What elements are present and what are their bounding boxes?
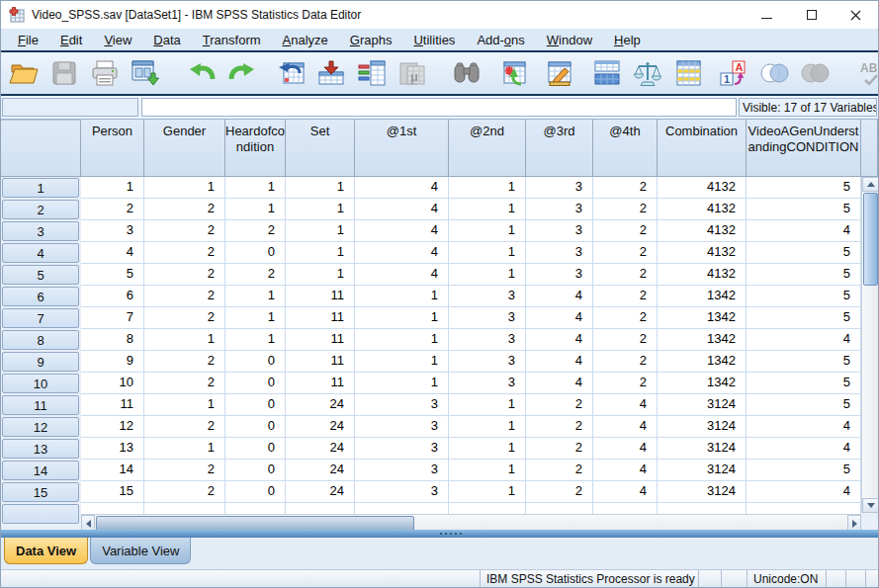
data-cell[interactable]: 2	[593, 242, 658, 264]
data-cell[interactable]: 1	[144, 329, 225, 351]
data-cell[interactable]: 1	[286, 264, 355, 286]
data-cell[interactable]: 2	[593, 177, 658, 199]
row-number[interactable]: 15	[1, 481, 81, 503]
data-cell[interactable]: 3	[526, 177, 593, 199]
data-cell[interactable]: 5	[747, 394, 861, 416]
data-cell[interactable]: 2	[144, 220, 225, 242]
data-cell[interactable]: 11	[81, 394, 144, 416]
data-cell[interactable]: 11	[286, 307, 355, 329]
menu-data[interactable]: Data	[142, 31, 191, 49]
data-cell[interactable]: 2	[144, 351, 225, 373]
data-cell[interactable]: 3	[355, 438, 449, 460]
data-cell[interactable]: 12	[81, 416, 144, 438]
column-header[interactable]: Set	[286, 120, 355, 177]
goto-variable-button[interactable]	[314, 55, 348, 91]
data-cell[interactable]: 2	[144, 460, 225, 481]
data-cell[interactable]: 8	[81, 329, 144, 351]
data-cell[interactable]: 4	[526, 307, 593, 329]
insert-variable-button[interactable]	[543, 55, 576, 91]
row-number[interactable]: 2	[1, 199, 81, 220]
data-cell[interactable]: 4	[747, 438, 861, 460]
menu-utilities[interactable]: Utilities	[402, 31, 466, 49]
data-cell[interactable]: 1	[225, 329, 286, 351]
data-cell[interactable]: 5	[747, 460, 861, 481]
data-cell[interactable]: 3	[526, 264, 593, 286]
row-number[interactable]: 5	[1, 264, 81, 286]
data-cell[interactable]: 14	[81, 460, 144, 481]
data-cell[interactable]: 24	[286, 416, 355, 438]
data-cell[interactable]: 24	[286, 438, 355, 460]
data-cell[interactable]: 2	[593, 307, 658, 329]
close-button[interactable]	[834, 1, 878, 29]
column-header[interactable]: Person	[81, 120, 144, 177]
data-cell[interactable]: 2	[144, 286, 225, 307]
menu-edit[interactable]: Edit	[49, 31, 93, 49]
data-cell[interactable]: 1	[355, 286, 449, 307]
data-cell[interactable]: 3	[449, 286, 526, 307]
data-cell[interactable]: 2	[593, 264, 658, 286]
menu-transform[interactable]: Transform	[192, 31, 272, 49]
column-header[interactable]: Combination	[658, 120, 747, 177]
data-cell[interactable]: 4	[355, 220, 449, 242]
data-cell[interactable]: 4	[355, 199, 449, 220]
data-cell[interactable]: 10	[81, 373, 144, 394]
variables-button[interactable]	[355, 55, 389, 91]
row-number[interactable]: 4	[1, 242, 81, 264]
select-cases-button[interactable]	[671, 55, 705, 91]
data-cell[interactable]: 4132	[658, 242, 747, 264]
split-file-button[interactable]	[590, 55, 624, 91]
data-cell[interactable]: 2	[144, 242, 225, 264]
data-cell[interactable]: 4132	[658, 220, 747, 242]
data-cell[interactable]: 1342	[658, 373, 747, 394]
data-cell[interactable]: 1	[225, 307, 286, 329]
data-cell[interactable]: 24	[286, 481, 355, 503]
menu-graphs[interactable]: Graphs	[339, 31, 403, 49]
data-cell[interactable]: 4	[593, 394, 658, 416]
data-cell[interactable]: 11	[286, 329, 355, 351]
data-cell[interactable]: 1	[355, 373, 449, 394]
spell-check-button[interactable]: AB	[856, 55, 878, 91]
data-cell[interactable]: 5	[747, 351, 861, 373]
data-cell[interactable]: 2	[144, 373, 225, 394]
data-cell[interactable]: 3	[449, 351, 526, 373]
column-header[interactable]: Heardofcondition	[225, 120, 286, 177]
data-cell[interactable]: 7	[81, 307, 144, 329]
descriptives-button[interactable]: μ	[396, 55, 429, 91]
data-cell[interactable]: 5	[747, 307, 861, 329]
save-button[interactable]	[47, 55, 81, 91]
data-cell[interactable]: 24	[286, 460, 355, 481]
column-header[interactable]: @1st	[355, 120, 449, 177]
row-number[interactable]: 12	[1, 416, 81, 438]
data-cell[interactable]: 4	[355, 177, 449, 199]
data-cell[interactable]: 2	[593, 199, 658, 220]
row-number[interactable]: 13	[1, 438, 81, 460]
data-cell[interactable]: 4	[526, 329, 593, 351]
data-cell[interactable]: 1	[449, 394, 526, 416]
data-cell[interactable]: 1	[144, 394, 225, 416]
undo-button[interactable]	[185, 55, 219, 91]
data-cell[interactable]: 24	[286, 394, 355, 416]
data-cell[interactable]: 2	[593, 351, 658, 373]
data-cell[interactable]: 3124	[658, 416, 747, 438]
data-cell[interactable]: 2	[526, 438, 593, 460]
data-cell[interactable]: 1	[144, 438, 225, 460]
data-cell[interactable]: 1342	[658, 286, 747, 307]
row-number[interactable]: 11	[1, 394, 81, 416]
menu-help[interactable]: Help	[603, 31, 652, 49]
column-header[interactable]: VideoAGenUnderstandingCONDITION	[747, 120, 861, 177]
row-number[interactable]: 1	[1, 177, 81, 199]
data-cell[interactable]: 1	[286, 177, 355, 199]
data-cell[interactable]: 4132	[658, 264, 747, 286]
data-cell[interactable]: 1	[286, 220, 355, 242]
data-cell[interactable]: 4132	[658, 177, 747, 199]
data-cell[interactable]: 2	[593, 220, 658, 242]
tab-variable-view[interactable]: Variable View	[90, 538, 191, 564]
data-cell[interactable]: 3	[449, 307, 526, 329]
menu-view[interactable]: View	[93, 31, 142, 49]
column-header[interactable]: @2nd	[449, 120, 526, 177]
data-cell[interactable]: 11	[286, 351, 355, 373]
find-button[interactable]	[450, 55, 483, 91]
data-cell[interactable]: 5	[747, 199, 861, 220]
data-cell[interactable]: 4	[593, 438, 658, 460]
column-header[interactable]: @4th	[593, 120, 658, 177]
